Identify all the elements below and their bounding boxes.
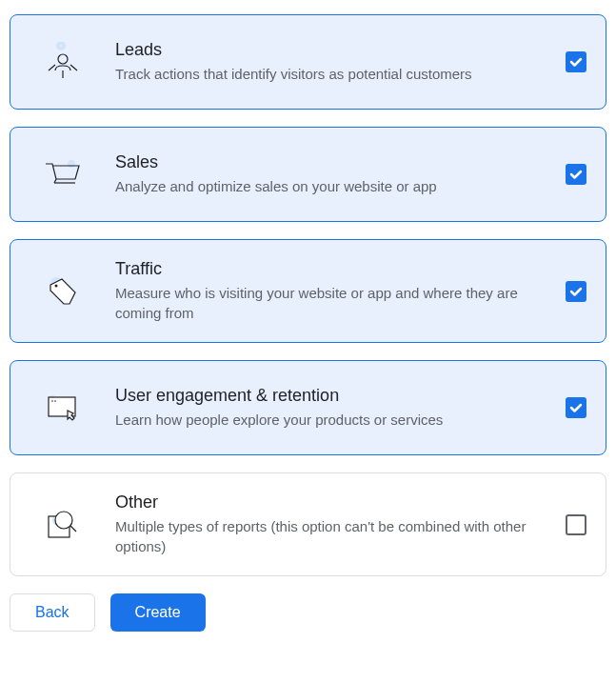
svg-point-1 — [58, 54, 68, 64]
svg-point-12 — [51, 400, 53, 402]
leads-icon — [39, 38, 87, 86]
svg-point-5 — [68, 160, 75, 168]
option-title: User engagement & retention — [115, 386, 550, 406]
checkbox-traffic[interactable] — [566, 281, 586, 302]
option-content: Other Multiple types of reports (this op… — [115, 492, 566, 556]
svg-point-0 — [58, 43, 64, 49]
checkbox-checked-icon — [566, 397, 586, 418]
svg-point-16 — [55, 512, 72, 529]
option-description: Multiple types of reports (this option c… — [115, 516, 550, 556]
checkbox-unchecked-icon — [566, 514, 586, 535]
option-card-sales[interactable]: Sales Analyze and optimize sales on your… — [10, 127, 606, 222]
checkbox-engagement[interactable] — [566, 397, 586, 418]
checkbox-sales[interactable] — [566, 164, 586, 185]
checkbox-checked-icon — [566, 164, 586, 185]
option-description: Measure who is visiting your website or … — [115, 283, 550, 323]
option-title: Other — [115, 492, 550, 512]
option-description: Track actions that identify visitors as … — [115, 64, 550, 84]
footer-buttons: Back Create — [10, 593, 606, 632]
back-button[interactable]: Back — [10, 593, 95, 632]
create-button[interactable]: Create — [110, 593, 206, 632]
other-icon — [39, 501, 87, 549]
option-content: User engagement & retention Learn how pe… — [115, 386, 566, 430]
option-card-leads[interactable]: Leads Track actions that identify visito… — [10, 14, 606, 110]
svg-line-4 — [70, 65, 77, 70]
option-content: Sales Analyze and optimize sales on your… — [115, 152, 566, 196]
engagement-icon — [39, 384, 87, 432]
option-title: Sales — [115, 152, 550, 172]
checkbox-leads[interactable] — [566, 51, 586, 72]
svg-line-6 — [54, 179, 56, 183]
checkbox-other[interactable] — [566, 514, 586, 535]
option-content: Traffic Measure who is visiting your web… — [115, 259, 566, 323]
svg-line-3 — [49, 65, 55, 70]
svg-line-17 — [70, 526, 76, 532]
option-card-engagement[interactable]: User engagement & retention Learn how pe… — [10, 360, 606, 455]
option-description: Learn how people explore your products o… — [115, 410, 550, 430]
option-card-traffic[interactable]: Traffic Measure who is visiting your web… — [10, 239, 606, 343]
option-content: Leads Track actions that identify visito… — [115, 40, 566, 84]
option-title: Leads — [115, 40, 550, 60]
svg-point-9 — [55, 284, 58, 287]
traffic-icon — [39, 268, 87, 315]
option-description: Analyze and optimize sales on your websi… — [115, 176, 550, 196]
option-card-other[interactable]: Other Multiple types of reports (this op… — [10, 472, 606, 576]
sales-icon — [39, 151, 87, 198]
checkbox-checked-icon — [566, 51, 586, 72]
option-title: Traffic — [115, 259, 550, 279]
svg-point-13 — [54, 400, 56, 402]
checkbox-checked-icon — [566, 281, 586, 302]
